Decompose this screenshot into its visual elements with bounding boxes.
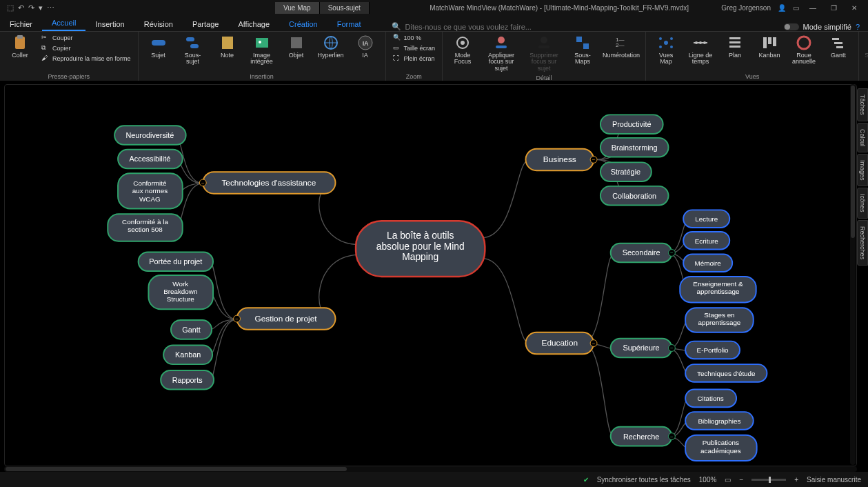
supprimer-button[interactable]: Supprimer	[863, 33, 868, 60]
node-citations[interactable]: Citations	[685, 390, 736, 408]
edge-tab-recherches[interactable]: Recherches	[857, 220, 868, 266]
node-lecture[interactable]: Lecture	[683, 210, 729, 228]
numbering-icon: 1—2—	[613, 34, 629, 51]
couper-button[interactable]: ✂Couper	[39, 33, 134, 43]
ligne-temps-button[interactable]: Ligne de temps	[685, 33, 716, 67]
close-button[interactable]: ✕	[847, 4, 861, 12]
zoom-slider[interactable]	[751, 479, 786, 481]
kanban-button[interactable]: Kanban	[754, 33, 785, 60]
saisie-manuscrite[interactable]: Saisie manuscrite	[807, 476, 861, 484]
maximize-button[interactable]: ❐	[827, 4, 840, 12]
appliquer-focus-button[interactable]: Appliquer focus sur sujet	[481, 33, 521, 73]
numerotation-button[interactable]: 1—2—Numérotation	[601, 33, 641, 60]
node-gestion-projet[interactable]: Gestion de projet −	[234, 308, 336, 330]
qat-more-icon[interactable]: ⋯	[47, 3, 54, 12]
node-recherche[interactable]: Recherche−	[611, 427, 676, 446]
tab-partage[interactable]: Partage	[183, 17, 229, 31]
tab-format[interactable]: Format	[327, 17, 371, 31]
copier-button[interactable]: ⧉Copier	[39, 43, 134, 53]
minimize-button[interactable]: —	[806, 4, 820, 12]
help-icon[interactable]: ?	[856, 23, 860, 31]
node-tech-assistance[interactable]: Technologies d'assistance −	[199, 172, 335, 194]
node-business[interactable]: Business −	[526, 149, 598, 171]
svg-text:Publicationsacadémiques: Publicationsacadémiques	[700, 439, 741, 454]
file-menu[interactable]: Fichier	[0, 17, 42, 31]
ia-button[interactable]: IAIA	[350, 33, 381, 60]
mindmap-canvas[interactable]: La boîte à outilsabsolue pour le MindMap…	[4, 84, 857, 466]
tell-me-search[interactable]: 🔍 Dites-nous ce que vous voulez faire...	[392, 22, 532, 31]
node-wcag[interactable]: Conformitéaux normesWCAG	[118, 173, 183, 208]
zoom-value[interactable]: 100%	[699, 476, 717, 484]
node-enseignement[interactable]: Enseignement &apprentissage	[680, 277, 756, 302]
node-rapports[interactable]: Rapports	[161, 370, 214, 390]
user-name[interactable]: Greg Jorgenson	[721, 4, 771, 12]
node-bibliographies[interactable]: Bibliographies	[685, 412, 754, 430]
redo-icon[interactable]: ↷	[28, 3, 34, 12]
ribbon-options-icon[interactable]: ▭	[793, 4, 799, 12]
user-avatar-icon[interactable]: 👤	[778, 4, 786, 12]
node-kanban[interactable]: Kanban	[163, 346, 212, 365]
qat-dropdown-icon[interactable]: ▾	[39, 3, 43, 12]
node-education[interactable]: Education −	[526, 332, 598, 355]
node-wbs[interactable]: WorkBreakdownStructure	[148, 275, 213, 309]
note-button[interactable]: Note	[212, 33, 243, 60]
node-section508[interactable]: Conformité à lasection 508	[108, 214, 182, 241]
hyperlien-button[interactable]: Hyperlien	[315, 33, 347, 60]
vues-map-button[interactable]: Vues Map	[650, 33, 682, 67]
edge-tab-images[interactable]: Images	[857, 154, 868, 187]
node-ecriture[interactable]: Ecriture	[683, 232, 729, 250]
node-strategie[interactable]: Stratégie	[600, 162, 652, 181]
node-stages[interactable]: Stages enapprentissage	[685, 308, 754, 332]
context-tab-sous-sujet[interactable]: Sous-sujet	[320, 2, 370, 14]
taille-ecran-button[interactable]: ▭Taille écran	[390, 43, 438, 53]
node-portee[interactable]: Portée du projet	[139, 252, 213, 271]
zoom-in-icon[interactable]: +	[794, 476, 798, 484]
context-tab-vue-map[interactable]: Vue Map	[275, 2, 320, 14]
node-gantt[interactable]: Gantt	[171, 320, 212, 339]
tab-insertion[interactable]: Insertion	[85, 17, 134, 31]
edge-tab-taches[interactable]: Tâches	[857, 88, 868, 121]
tab-revision[interactable]: Révision	[134, 17, 183, 31]
save-icon[interactable]: ⬚	[7, 3, 14, 12]
tab-creation[interactable]: Création	[279, 17, 327, 31]
tab-affichage[interactable]: Affichage	[228, 17, 279, 31]
coller-button[interactable]: Coller	[4, 33, 36, 60]
undo-icon[interactable]: ↶	[18, 3, 24, 12]
gantt-button[interactable]: Gantt	[822, 33, 854, 60]
node-neurodiversite[interactable]: Neurodiversité	[114, 126, 186, 145]
tab-accueil[interactable]: Accueil	[42, 16, 85, 31]
supprimer-focus-button[interactable]: Supprimer focus sur sujet	[524, 33, 564, 73]
roue-annuelle-button[interactable]: Roue annuelle	[788, 33, 820, 67]
mode-focus-button[interactable]: Mode Focus	[447, 33, 478, 67]
node-collaboration[interactable]: Collaboration	[600, 186, 669, 206]
zoom-pct-button[interactable]: 🔍100 %	[390, 33, 438, 43]
svg-point-30	[703, 41, 706, 44]
plan-button[interactable]: Plan	[719, 33, 751, 60]
plein-ecran-button[interactable]: ⛶Plein écran	[390, 54, 438, 63]
vertical-scrollbar[interactable]	[850, 84, 856, 465]
node-memoire[interactable]: Mémoire	[683, 254, 732, 272]
edge-tab-icones[interactable]: Icônes	[857, 188, 868, 219]
node-accessibilite[interactable]: Accessibilité	[118, 150, 183, 169]
horizontal-scrollbar[interactable]	[4, 466, 857, 472]
node-root[interactable]: La boîte à outilsabsolue pour le MindMap…	[356, 221, 485, 277]
sujet-button[interactable]: Sujet	[143, 33, 174, 60]
image-integree-button[interactable]: Image intégrée	[246, 33, 278, 67]
fit-screen-icon[interactable]: ▭	[725, 476, 731, 484]
node-superieure[interactable]: Supérieure−	[611, 339, 676, 358]
node-eportfolio[interactable]: E-Portfolio	[685, 341, 740, 359]
node-productivite[interactable]: Productivité	[600, 115, 663, 134]
sous-sujet-button[interactable]: Sous-sujet	[177, 33, 209, 67]
edge-tab-calcul[interactable]: Calcul	[857, 123, 868, 152]
node-publications[interactable]: Publicationsacadémiques	[685, 435, 756, 461]
sync-label[interactable]: Synchroniser toutes les tâches	[597, 476, 691, 484]
sync-icon[interactable]: ✔	[583, 476, 589, 484]
node-secondaire[interactable]: Secondaire−	[611, 244, 676, 263]
mode-simplifie-toggle[interactable]	[784, 23, 799, 30]
node-brainstorming[interactable]: Brainstorming	[600, 138, 669, 157]
node-techniques-etude[interactable]: Techniques d'étude	[685, 364, 767, 382]
sous-maps-button[interactable]: Sous- Maps	[567, 33, 598, 67]
zoom-out-icon[interactable]: −	[739, 476, 743, 484]
reproduire-button[interactable]: 🖌Reproduire la mise en forme	[39, 54, 134, 63]
objet-button[interactable]: Objet	[281, 33, 312, 60]
